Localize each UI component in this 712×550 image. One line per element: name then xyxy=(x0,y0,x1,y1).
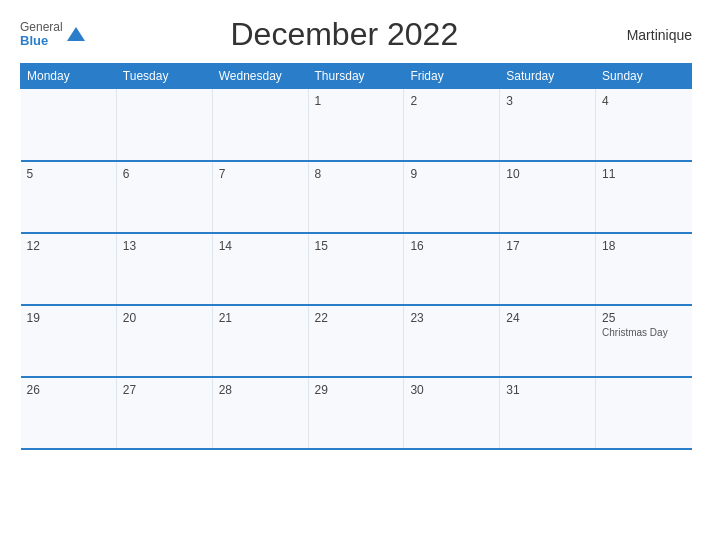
day-cell: 9 xyxy=(404,161,500,233)
day-cell: 15 xyxy=(308,233,404,305)
col-saturday: Saturday xyxy=(500,64,596,89)
day-number: 12 xyxy=(27,239,110,253)
day-number: 18 xyxy=(602,239,685,253)
day-number: 17 xyxy=(506,239,589,253)
day-number: 24 xyxy=(506,311,589,325)
week-row-0: 1234 xyxy=(21,89,692,161)
day-cell: 28 xyxy=(212,377,308,449)
day-number: 22 xyxy=(315,311,398,325)
region-label: Martinique xyxy=(602,27,692,43)
day-cell: 22 xyxy=(308,305,404,377)
day-cell xyxy=(21,89,117,161)
week-row-4: 262728293031 xyxy=(21,377,692,449)
day-cell xyxy=(212,89,308,161)
weekday-header-row: Monday Tuesday Wednesday Thursday Friday… xyxy=(21,64,692,89)
day-number: 1 xyxy=(315,94,398,108)
logo-blue-text: Blue xyxy=(20,34,63,48)
col-monday: Monday xyxy=(21,64,117,89)
day-cell: 24 xyxy=(500,305,596,377)
day-cell: 27 xyxy=(116,377,212,449)
day-cell: 1 xyxy=(308,89,404,161)
calendar-header: General Blue December 2022 Martinique xyxy=(20,16,692,53)
day-cell: 25Christmas Day xyxy=(596,305,692,377)
day-number: 4 xyxy=(602,94,685,108)
day-number: 29 xyxy=(315,383,398,397)
day-cell: 16 xyxy=(404,233,500,305)
calendar-container: General Blue December 2022 Martinique Mo… xyxy=(0,0,712,550)
day-number: 26 xyxy=(27,383,110,397)
day-cell: 14 xyxy=(212,233,308,305)
col-wednesday: Wednesday xyxy=(212,64,308,89)
day-cell: 23 xyxy=(404,305,500,377)
day-number: 6 xyxy=(123,167,206,181)
col-thursday: Thursday xyxy=(308,64,404,89)
day-number: 5 xyxy=(27,167,110,181)
day-number: 8 xyxy=(315,167,398,181)
day-cell xyxy=(596,377,692,449)
day-number: 25 xyxy=(602,311,685,325)
day-number: 19 xyxy=(27,311,110,325)
day-number: 10 xyxy=(506,167,589,181)
day-cell: 2 xyxy=(404,89,500,161)
day-cell: 30 xyxy=(404,377,500,449)
day-cell: 3 xyxy=(500,89,596,161)
day-cell: 5 xyxy=(21,161,117,233)
day-cell: 26 xyxy=(21,377,117,449)
day-cell xyxy=(116,89,212,161)
logo-triangle-icon xyxy=(65,23,87,45)
col-sunday: Sunday xyxy=(596,64,692,89)
logo: General Blue xyxy=(20,21,87,48)
day-cell: 6 xyxy=(116,161,212,233)
day-number: 28 xyxy=(219,383,302,397)
day-number: 9 xyxy=(410,167,493,181)
day-cell: 7 xyxy=(212,161,308,233)
day-number: 16 xyxy=(410,239,493,253)
day-number: 11 xyxy=(602,167,685,181)
week-row-2: 12131415161718 xyxy=(21,233,692,305)
col-tuesday: Tuesday xyxy=(116,64,212,89)
day-number: 27 xyxy=(123,383,206,397)
day-number: 13 xyxy=(123,239,206,253)
day-cell: 4 xyxy=(596,89,692,161)
day-number: 30 xyxy=(410,383,493,397)
day-cell: 21 xyxy=(212,305,308,377)
day-cell: 31 xyxy=(500,377,596,449)
day-cell: 12 xyxy=(21,233,117,305)
day-cell: 11 xyxy=(596,161,692,233)
day-cell: 13 xyxy=(116,233,212,305)
holiday-label: Christmas Day xyxy=(602,327,685,338)
day-number: 3 xyxy=(506,94,589,108)
svg-marker-0 xyxy=(67,27,85,41)
day-number: 2 xyxy=(410,94,493,108)
day-cell: 20 xyxy=(116,305,212,377)
day-number: 20 xyxy=(123,311,206,325)
day-number: 31 xyxy=(506,383,589,397)
month-title: December 2022 xyxy=(87,16,602,53)
calendar-table: Monday Tuesday Wednesday Thursday Friday… xyxy=(20,63,692,450)
day-number: 23 xyxy=(410,311,493,325)
day-cell: 17 xyxy=(500,233,596,305)
col-friday: Friday xyxy=(404,64,500,89)
logo-general-text: General xyxy=(20,21,63,34)
day-number: 14 xyxy=(219,239,302,253)
day-number: 7 xyxy=(219,167,302,181)
day-cell: 19 xyxy=(21,305,117,377)
week-row-3: 19202122232425Christmas Day xyxy=(21,305,692,377)
day-cell: 29 xyxy=(308,377,404,449)
day-number: 21 xyxy=(219,311,302,325)
day-number: 15 xyxy=(315,239,398,253)
day-cell: 10 xyxy=(500,161,596,233)
week-row-1: 567891011 xyxy=(21,161,692,233)
day-cell: 18 xyxy=(596,233,692,305)
day-cell: 8 xyxy=(308,161,404,233)
